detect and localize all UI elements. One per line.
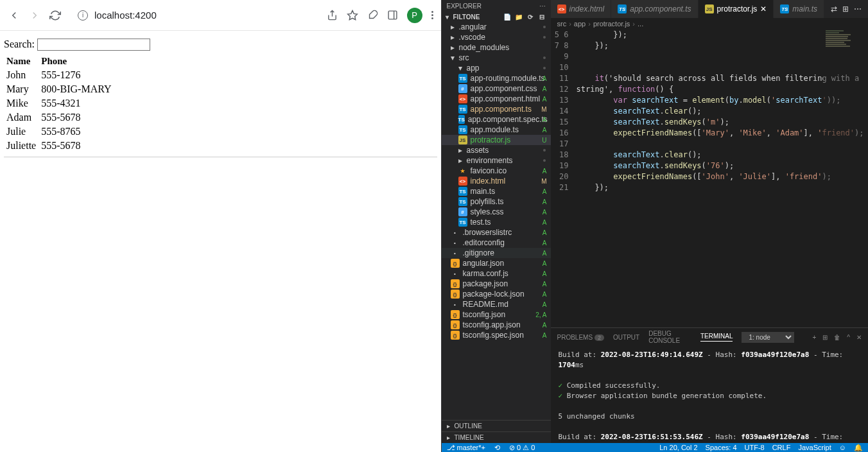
minimap[interactable] [823, 30, 868, 327]
explorer-more-icon[interactable]: ⋯ [539, 3, 546, 10]
file-item[interactable]: •.browserslistrcA [442, 227, 551, 238]
file-type-icon: {} [451, 310, 460, 319]
cursor-position[interactable]: Ln 20, Col 2 [659, 444, 697, 452]
file-item[interactable]: TSmain.tsA [442, 186, 551, 196]
extensions-icon[interactable] [367, 10, 378, 21]
chevron-down-icon: ▾ [451, 53, 456, 62]
back-button[interactable] [8, 9, 21, 22]
file-item[interactable]: •README.mdA [442, 299, 551, 309]
more-actions-icon[interactable]: ⋯ [854, 4, 862, 13]
file-item[interactable]: {}package.jsonA [442, 279, 551, 289]
file-item[interactable]: TSapp.module.tsA [442, 125, 551, 135]
git-status-badge: A [542, 85, 547, 92]
tab-label: main.ts [792, 4, 817, 13]
file-item[interactable]: •.editorconfigA [442, 238, 551, 248]
search-input[interactable] [37, 39, 150, 51]
new-folder-icon[interactable]: 📁 [514, 13, 524, 21]
file-item[interactable]: {}tsconfig.json2, A [442, 309, 551, 320]
terminal-select[interactable]: 1: node [742, 332, 794, 343]
site-info-icon[interactable]: i [78, 10, 88, 21]
bookmark-star-icon[interactable] [347, 10, 358, 21]
new-terminal-icon[interactable]: + [812, 334, 816, 341]
close-icon[interactable]: ✕ [760, 4, 767, 13]
file-item[interactable]: TSapp.component.spec.tsA [442, 114, 551, 125]
outline-section[interactable]: ▸ OUTLINE [442, 420, 551, 431]
file-item[interactable]: #styles.cssA [442, 207, 551, 217]
eol[interactable]: CRLF [772, 444, 791, 452]
refresh-icon[interactable]: ⟳ [525, 13, 535, 21]
file-item[interactable]: <>app.component.htmlA [442, 94, 551, 104]
folder-item[interactable]: ▸environments [442, 155, 551, 166]
debug-console-tab[interactable]: DEBUG CONSOLE [648, 330, 691, 344]
compare-icon[interactable]: ⇄ [831, 4, 837, 13]
errors-warnings[interactable]: ⊘ 0 ⚠ 0 [509, 444, 535, 452]
tree-item-label: .gitignore [463, 248, 494, 257]
file-item[interactable]: {}angular.jsonA [442, 258, 551, 268]
side-panel-icon[interactable] [387, 10, 398, 21]
share-icon[interactable] [327, 10, 338, 21]
folder-item[interactable]: ▸node_modules [442, 42, 551, 53]
file-item[interactable]: JSprotractor.jsU [442, 135, 551, 145]
feedback-icon[interactable]: ☺ [839, 444, 846, 452]
forward-button[interactable] [28, 9, 41, 22]
new-file-icon[interactable]: 📄 [502, 13, 512, 21]
trash-icon[interactable]: 🗑 [834, 334, 840, 341]
code-editor[interactable]: 5 6 7 8 9 10 11 12 13 14 15 16 17 18 19 … [551, 30, 869, 327]
branch-status[interactable]: ⎇ master*+ [447, 444, 485, 452]
split-terminal-icon[interactable]: ⊞ [822, 334, 828, 341]
editor-tab[interactable]: TSmain.ts [774, 0, 824, 18]
close-panel-icon[interactable]: ✕ [856, 334, 862, 341]
folder-item[interactable]: ▾app [442, 63, 551, 73]
sync-icon[interactable]: ⟲ [494, 444, 500, 452]
breadcrumb-item[interactable]: app [574, 20, 586, 28]
file-item[interactable]: TStest.tsA [442, 217, 551, 227]
tree-item-label: app.component.spec.ts [468, 115, 548, 124]
editor-tab[interactable]: TSapp.component.ts [611, 0, 698, 18]
file-item[interactable]: <>index.htmlM [442, 176, 551, 186]
split-editor-icon[interactable]: ⊞ [842, 4, 849, 13]
folder-item[interactable]: ▸.angular [442, 22, 551, 32]
collapse-icon[interactable]: ⊟ [537, 13, 547, 21]
file-item[interactable]: TSpolyfills.tsA [442, 196, 551, 207]
timeline-section[interactable]: ▸ TIMELINE [442, 431, 551, 443]
breadcrumb[interactable]: src›app›protractor.js›... [551, 18, 869, 30]
file-item[interactable]: •.gitignoreA [442, 248, 551, 258]
editor-tab[interactable]: <>index.html [551, 0, 612, 18]
problems-tab[interactable]: PROBLEMS2 [557, 334, 605, 341]
indentation[interactable]: Spaces: 4 [706, 444, 737, 452]
tree-item-label: tsconfig.spec.json [463, 331, 524, 340]
output-tab[interactable]: OUTPUT [613, 334, 639, 341]
notifications-icon[interactable]: 🔔 [854, 444, 863, 452]
browser-menu-icon[interactable] [431, 11, 433, 19]
file-item[interactable]: •karma.conf.jsA [442, 268, 551, 279]
file-item[interactable]: #app.component.cssA [442, 83, 551, 94]
file-item[interactable]: {}tsconfig.spec.jsonA [442, 330, 551, 340]
tree-item-label: angular.json [463, 259, 505, 268]
language-mode[interactable]: JavaScript [798, 444, 831, 452]
address-bar[interactable]: i localhost:4200 [69, 5, 319, 25]
file-item[interactable]: TSapp.component.tsM [442, 104, 551, 114]
project-section[interactable]: ▾ FILTONE 📄 📁 ⟳ ⊟ [442, 12, 551, 22]
file-tree[interactable]: ▸.angular▸.vscode▸node_modules▾src▾appTS… [442, 22, 551, 420]
tree-item-label: app.component.html [471, 94, 541, 103]
breadcrumb-item[interactable]: protractor.js [593, 20, 630, 28]
terminal-output[interactable]: Build at: 2022-08-23T16:49:14.649Z - Has… [551, 346, 869, 443]
table-row: Mary800-BIG-MARY [4, 82, 114, 96]
profile-avatar[interactable]: P [407, 8, 422, 23]
breadcrumb-item[interactable]: src [557, 20, 567, 28]
browser-toolbar: i localhost:4200 P [0, 0, 441, 31]
file-item[interactable]: ★favicon.icoA [442, 166, 551, 176]
file-item[interactable]: {}package-lock.jsonA [442, 289, 551, 299]
file-item[interactable]: TSapp-routing.module.tsA [442, 73, 551, 83]
file-type-icon: • [451, 269, 460, 278]
folder-item[interactable]: ▾src [442, 53, 551, 63]
maximize-icon[interactable]: ^ [847, 334, 850, 341]
folder-item[interactable]: ▸.vscode [442, 32, 551, 42]
editor-tab[interactable]: JSprotractor.js✕ [699, 0, 774, 18]
terminal-tab[interactable]: TERMINAL [700, 333, 733, 342]
file-item[interactable]: {}tsconfig.app.jsonA [442, 320, 551, 330]
encoding[interactable]: UTF-8 [745, 444, 765, 452]
breadcrumb-item[interactable]: ... [638, 20, 643, 28]
reload-button[interactable] [49, 9, 62, 22]
folder-item[interactable]: ▸assets [442, 145, 551, 155]
